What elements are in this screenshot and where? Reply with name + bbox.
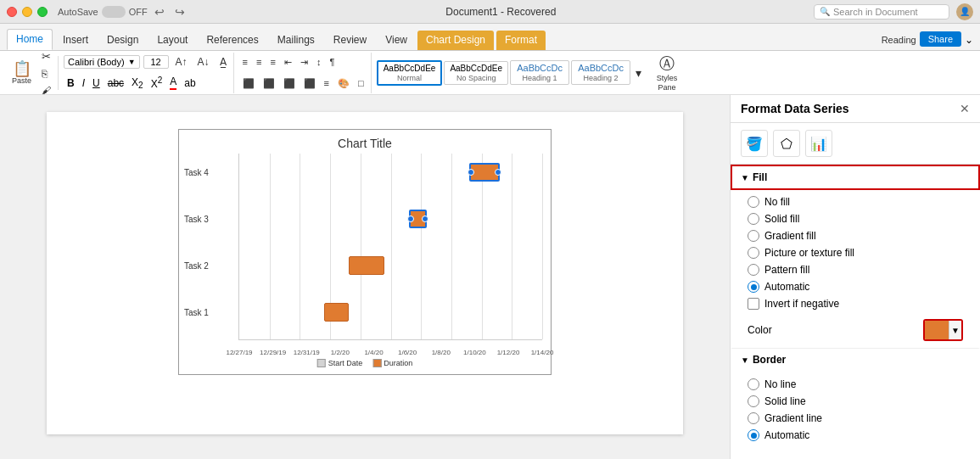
document-area[interactable]: Chart Title Task 4 — [0, 95, 730, 459]
bullet-list-btn[interactable]: ≡ — [239, 55, 251, 70]
handle-right-4[interactable] — [495, 169, 501, 176]
user-avatar[interactable]: 👤 — [956, 3, 973, 20]
line-spacing-btn[interactable]: ≡ — [321, 76, 333, 91]
toolbar-icon-undo[interactable]: ↩ — [154, 5, 165, 19]
decrease-indent-btn[interactable]: ⇤ — [281, 55, 295, 70]
clear-formatting-btn[interactable]: A̲ — [216, 54, 230, 70]
font-family-chevron[interactable]: ▼ — [128, 58, 136, 66]
fill-pattern[interactable]: Pattern fill — [748, 261, 963, 278]
fill-invert-negative[interactable]: Invert if negative — [748, 295, 963, 312]
fill-no-fill-label: No fill — [764, 196, 790, 208]
fill-picture[interactable]: Picture or texture fill — [748, 244, 963, 261]
tab-insert[interactable]: Insert — [54, 31, 97, 50]
fill-solid[interactable]: Solid fill — [748, 210, 963, 227]
shading-btn[interactable]: 🎨 — [334, 76, 353, 91]
gantt-bar-4[interactable] — [469, 163, 500, 182]
handle-left-4[interactable] — [468, 169, 474, 176]
bold-button[interactable]: B — [64, 75, 78, 91]
align-center-btn[interactable]: ⬛ — [260, 76, 278, 91]
align-left-btn[interactable]: ⬛ — [239, 76, 258, 91]
toolbar-icon-redo[interactable]: ↪ — [175, 5, 185, 19]
chevron-down-icon[interactable]: ⌄ — [965, 34, 973, 46]
font-family-selector[interactable]: Calibri (Body) ▼ — [64, 55, 140, 69]
justify-btn[interactable]: ⬛ — [300, 76, 319, 91]
strikethrough-button[interactable]: abc — [104, 75, 127, 91]
minimize-button[interactable] — [22, 7, 32, 17]
border-no-line[interactable]: No line — [748, 376, 963, 393]
fill-picture-radio[interactable] — [748, 247, 759, 259]
highlight-button[interactable]: ab — [181, 75, 199, 91]
tab-layout[interactable]: Layout — [148, 31, 196, 50]
tab-chart-design[interactable]: Chart Design — [417, 31, 494, 50]
style-normal[interactable]: AaBbCcDdEe Normal — [377, 60, 443, 86]
style-heading1[interactable]: AaBbCcDc Heading 1 — [510, 60, 569, 85]
style-heading2[interactable]: AaBbCcDc Heading 2 — [571, 60, 630, 85]
cut-button[interactable]: ✂ — [38, 48, 54, 64]
fill-automatic-radio[interactable] — [748, 281, 759, 293]
fill-no-fill[interactable]: No fill — [748, 193, 963, 210]
series-options-btn[interactable]: 📊 — [805, 130, 832, 157]
autosave-toggle[interactable] — [102, 6, 126, 18]
tab-view[interactable]: View — [377, 31, 416, 50]
format-panel-close[interactable]: ✕ — [960, 102, 970, 115]
border-section-header[interactable]: ▼ Border — [731, 348, 980, 372]
handle-right-3[interactable] — [422, 216, 428, 222]
border-gradient-radio[interactable] — [748, 412, 759, 424]
italic-button[interactable]: I — [79, 75, 88, 91]
tab-review[interactable]: Review — [325, 31, 375, 50]
increase-font-btn[interactable]: A↑ — [172, 54, 191, 70]
fill-section-header[interactable]: ▼ Fill — [731, 165, 980, 190]
show-marks-btn[interactable]: ¶ — [326, 55, 338, 70]
document-page[interactable]: Chart Title Task 4 — [47, 112, 683, 434]
fill-gradient-radio[interactable] — [748, 230, 759, 242]
color-picker-button[interactable]: ▼ — [923, 319, 963, 341]
border-no-line-radio[interactable] — [748, 378, 759, 390]
styles-more-btn[interactable]: ▾ — [632, 64, 645, 81]
border-automatic-radio[interactable] — [748, 429, 759, 441]
style-no-spacing[interactable]: AaBbCcDdEe No Spacing — [444, 61, 508, 85]
align-right-btn[interactable]: ⬛ — [280, 76, 299, 91]
tab-format[interactable]: Format — [496, 31, 546, 50]
tab-home[interactable]: Home — [7, 29, 53, 50]
color-dropdown-arrow[interactable]: ▼ — [949, 321, 961, 339]
chart-container[interactable]: Chart Title Task 4 — [178, 129, 552, 375]
styles-pane-button[interactable]: Ⓐ Styles Pane — [647, 52, 687, 94]
tab-mailings[interactable]: Mailings — [269, 31, 323, 50]
superscript-button[interactable]: X2 — [148, 75, 166, 91]
fill-invert-checkbox[interactable] — [748, 298, 759, 310]
sort-btn[interactable]: ↕ — [313, 55, 325, 70]
border-solid-radio[interactable] — [748, 395, 759, 407]
border-solid-line[interactable]: Solid line — [748, 393, 963, 410]
fill-gradient[interactable]: Gradient fill — [748, 227, 963, 244]
gantt-bar-1[interactable] — [324, 303, 349, 322]
search-bar[interactable]: 🔍 Search in Document — [814, 4, 949, 20]
increase-indent-btn[interactable]: ⇥ — [297, 55, 311, 70]
decrease-font-btn[interactable]: A↓ — [194, 54, 213, 70]
chart-area[interactable]: Task 4 Task 3 — [238, 154, 542, 340]
gantt-bar-2[interactable] — [349, 256, 385, 275]
font-size-input[interactable]: 12 — [143, 55, 169, 69]
effects-icon-btn[interactable]: ⬠ — [773, 130, 800, 157]
fill-icon-btn[interactable]: 🪣 — [741, 130, 768, 157]
underline-button[interactable]: U — [89, 75, 104, 91]
tab-references[interactable]: References — [198, 31, 266, 50]
close-button[interactable] — [7, 7, 17, 17]
border-gradient-line[interactable]: Gradient line — [748, 410, 963, 427]
subscript-button[interactable]: X2 — [128, 75, 147, 91]
copy-button[interactable]: ⎘ — [38, 66, 54, 81]
numbered-list-btn[interactable]: ≡ — [253, 55, 265, 70]
paste-button[interactable]: 📋 Paste — [7, 59, 36, 87]
border-btn[interactable]: □ — [355, 76, 367, 91]
fill-automatic[interactable]: Automatic — [748, 278, 963, 295]
fill-solid-radio[interactable] — [748, 213, 759, 225]
handle-left-3[interactable] — [407, 216, 414, 222]
maximize-button[interactable] — [37, 7, 48, 17]
tab-design[interactable]: Design — [98, 31, 147, 50]
share-button[interactable]: Share — [920, 31, 961, 47]
gantt-bar-3[interactable] — [409, 210, 427, 228]
multilevel-list-btn[interactable]: ≡ — [266, 55, 278, 70]
border-automatic[interactable]: Automatic — [748, 427, 963, 444]
text-color-button[interactable]: A — [166, 75, 180, 91]
fill-no-fill-radio[interactable] — [748, 196, 759, 208]
fill-pattern-radio[interactable] — [748, 264, 759, 276]
